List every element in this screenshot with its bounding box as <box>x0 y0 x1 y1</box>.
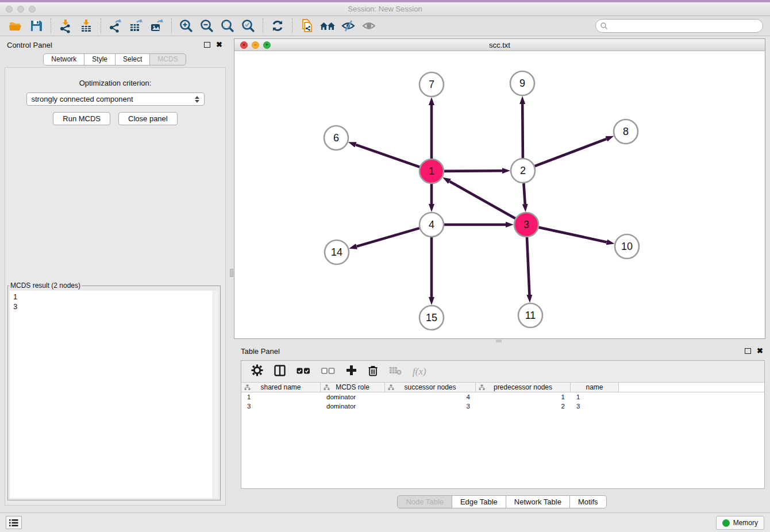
tab-mcds[interactable]: MCDS <box>149 53 186 65</box>
tab-motifs[interactable]: Motifs <box>569 495 607 508</box>
node-4[interactable]: 4 <box>419 213 444 237</box>
node-10[interactable]: 10 <box>615 234 639 259</box>
node-1[interactable]: 1 <box>419 159 444 183</box>
import-network-icon <box>58 18 73 33</box>
delete-button[interactable] <box>368 365 378 379</box>
tab-network[interactable]: Network <box>43 53 84 65</box>
optimization-criterion-select[interactable]: strongly connected component <box>26 92 205 106</box>
node-label-4: 4 <box>429 219 434 230</box>
edge-3-to-11[interactable] <box>527 237 529 295</box>
run-mcds-button[interactable]: Run MCDS <box>53 112 110 125</box>
deselect-all-icon <box>321 367 335 375</box>
mcds-result-textarea[interactable]: 1 3 <box>10 291 218 498</box>
vertical-splitter[interactable] <box>229 36 234 512</box>
zoom-fit-button[interactable] <box>219 18 236 34</box>
delete-table-button[interactable] <box>389 366 402 377</box>
edge-2-to-8[interactable] <box>535 139 607 166</box>
cell-successor-nodes[interactable]: 4 <box>385 392 476 402</box>
node-11[interactable]: 11 <box>518 303 542 327</box>
save-session-button[interactable] <box>28 18 45 34</box>
column-header-predecessor-nodes[interactable]: predecessor nodes <box>476 383 571 392</box>
tab-node-table[interactable]: Node Table <box>397 495 452 508</box>
add-button[interactable] <box>346 365 357 378</box>
column-header-successor-nodes[interactable]: successor nodes <box>385 383 476 392</box>
apply-style-button[interactable] <box>269 18 286 34</box>
export-table-button[interactable] <box>128 18 145 34</box>
table-row-0[interactable]: 1dominator411 <box>241 392 764 402</box>
node-15[interactable]: 15 <box>419 306 444 330</box>
function-builder-button[interactable]: f(x) <box>413 366 426 377</box>
result-scrollbar[interactable] <box>213 291 218 498</box>
close-panel-button[interactable]: Close panel <box>118 112 178 125</box>
cell-shared-name[interactable]: 3 <box>241 402 321 411</box>
edge-1-to-2[interactable] <box>444 171 502 171</box>
float-panel-icon[interactable] <box>204 42 210 48</box>
cell-name[interactable]: 3 <box>571 402 619 411</box>
edge-3-to-10[interactable] <box>539 228 607 242</box>
edge-2-to-9[interactable] <box>522 104 523 158</box>
control-panel-tabs: NetworkStyleSelectMCDS <box>0 53 229 65</box>
cell-name[interactable]: 1 <box>571 392 619 402</box>
show-column-button[interactable] <box>274 365 286 379</box>
node-9[interactable]: 9 <box>510 71 534 95</box>
node-6[interactable]: 6 <box>324 126 348 150</box>
deselect-all-button[interactable] <box>321 367 335 377</box>
import-table-button[interactable] <box>78 18 95 34</box>
table-row-1[interactable]: 3dominator323 <box>241 402 764 411</box>
close-table-panel-icon[interactable]: ✖ <box>757 348 763 354</box>
home-button[interactable] <box>319 18 336 34</box>
cell-predecessor-nodes[interactable]: 2 <box>476 402 571 411</box>
list-icon <box>9 519 18 527</box>
close-panel-icon[interactable]: ✖ <box>216 42 222 48</box>
node-2[interactable]: 2 <box>511 159 535 183</box>
cell-shared-name[interactable]: 1 <box>241 392 321 402</box>
float-table-panel-icon[interactable] <box>745 348 751 354</box>
zoom-out-button[interactable] <box>198 18 215 34</box>
import-network-button[interactable] <box>57 18 74 34</box>
zoom-fit-icon <box>220 18 235 33</box>
tab-network-table[interactable]: Network Table <box>506 495 570 508</box>
zoom-selected-button[interactable] <box>240 18 257 34</box>
tab-style[interactable]: Style <box>84 53 116 65</box>
window-titlebar[interactable]: Session: New Session <box>0 2 770 16</box>
status-bar: Memory <box>0 512 770 532</box>
node-8[interactable]: 8 <box>614 119 638 144</box>
node-14[interactable]: 14 <box>325 240 349 264</box>
zoom-in-button[interactable] <box>178 18 195 34</box>
show-graphics-button[interactable] <box>360 18 378 34</box>
export-image-button[interactable] <box>148 18 165 34</box>
column-header-name[interactable]: name <box>571 383 619 392</box>
search-box[interactable] <box>595 19 763 33</box>
table-tabs: Node TableEdge TableNetwork TableMotifs <box>234 495 770 508</box>
edge-1-to-6[interactable] <box>356 145 419 167</box>
node-label-15: 15 <box>426 312 437 323</box>
select-all-button[interactable] <box>297 367 310 377</box>
horizontal-splitter[interactable] <box>234 339 770 343</box>
duplicate-network-button[interactable] <box>298 18 315 34</box>
cell-successor-nodes[interactable]: 3 <box>385 402 476 411</box>
node-7[interactable]: 7 <box>419 72 444 97</box>
column-header-shared-name[interactable]: shared name <box>241 383 321 392</box>
horizontal-splitter-handle[interactable] <box>496 340 502 342</box>
node-label-11: 11 <box>525 310 536 321</box>
cell-MCDS-role[interactable]: dominator <box>321 392 385 402</box>
edge-3-to-1[interactable] <box>449 182 515 219</box>
search-input[interactable] <box>608 20 758 32</box>
edge-2-to-3[interactable] <box>523 183 525 204</box>
hide-graphics-button[interactable] <box>340 18 357 34</box>
cell-MCDS-role[interactable]: dominator <box>321 402 385 411</box>
vertical-splitter-handle[interactable] <box>230 269 233 277</box>
export-network-button[interactable] <box>107 18 124 34</box>
table-settings-button[interactable] <box>251 364 263 379</box>
network-canvas[interactable]: 7968124314101511 <box>234 51 765 338</box>
cell-predecessor-nodes[interactable]: 1 <box>476 392 571 402</box>
column-header-MCDS-role[interactable]: MCDS role <box>321 383 385 392</box>
edge-4-to-14[interactable] <box>357 228 419 246</box>
open-session-button[interactable] <box>7 18 24 34</box>
network-window-titlebar[interactable]: × − + scc.txt <box>234 39 765 51</box>
tab-edge-table[interactable]: Edge Table <box>452 495 506 508</box>
node-3[interactable]: 3 <box>514 213 538 237</box>
tab-select[interactable]: Select <box>115 53 150 65</box>
memory-button[interactable]: Memory <box>716 516 764 530</box>
task-history-button[interactable] <box>6 516 22 529</box>
